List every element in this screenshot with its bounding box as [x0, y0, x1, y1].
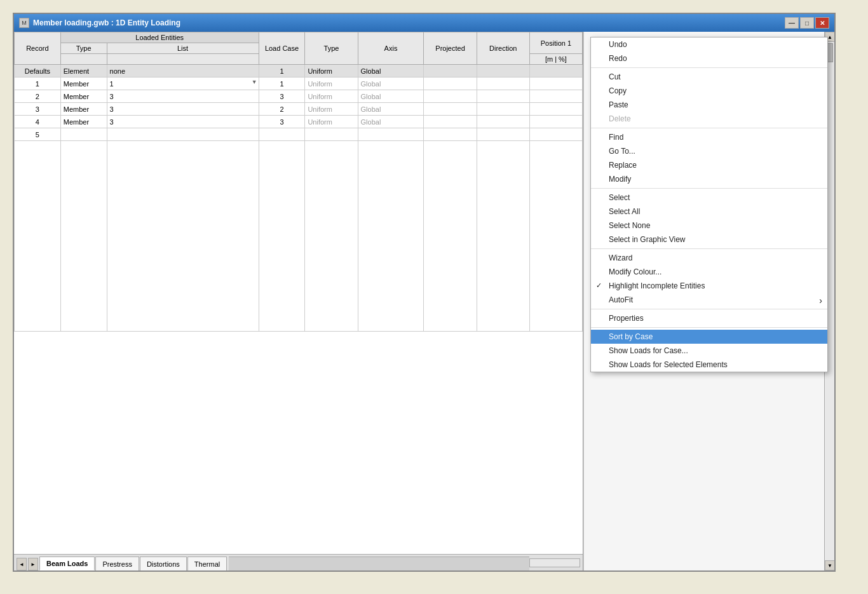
tab-beam-loads[interactable]: Beam Loads [39, 557, 95, 570]
menu-separator-1 [591, 67, 827, 68]
scroll-down-button[interactable]: ▼ [825, 560, 834, 570]
row4-record: 4 [15, 116, 61, 128]
menu-cut[interactable]: Cut [591, 70, 827, 84]
menu-select-none[interactable]: Select None [591, 219, 827, 233]
header-axis: Axis [358, 32, 424, 65]
row3-type2: Uniform [305, 103, 358, 116]
menu-highlight-incomplete[interactable]: Highlight Incomplete Entities [591, 279, 827, 293]
defaults-loadcase: 1 [259, 65, 305, 78]
row3-loadcase: 2 [259, 103, 305, 116]
defaults-type: Element [60, 65, 107, 78]
menu-modify-colour[interactable]: Modify Colour... [591, 265, 827, 279]
title-buttons: — □ ✕ [785, 17, 829, 29]
menu-wizard[interactable]: Wizard [591, 251, 827, 265]
menu-select-graphic[interactable]: Select in Graphic View [591, 233, 827, 246]
menu-autofit[interactable]: AutoFit [591, 293, 827, 307]
defaults-projected [424, 65, 477, 78]
menu-show-loads-for-case[interactable]: Show Loads for Case... [591, 344, 827, 358]
table-row-empty [15, 141, 583, 332]
tab-horizontal-scrollbar[interactable] [529, 558, 580, 567]
menu-show-loads-selected[interactable]: Show Loads for Selected Elements [591, 358, 827, 372]
row4-projected [424, 116, 477, 128]
tab-prev-button[interactable]: ◄ [17, 558, 27, 570]
defaults-axis: Global [358, 65, 424, 78]
header-position-unit: [m | %] [529, 54, 582, 65]
defaults-row: Defaults Element none 1 Uniform Global [15, 65, 583, 78]
row5-axis [358, 128, 424, 141]
row1-projected [424, 78, 477, 90]
row1-record: 1 [15, 78, 61, 90]
row2-direction [477, 90, 529, 103]
menu-copy[interactable]: Copy [591, 84, 827, 98]
row2-axis: Global [358, 90, 424, 103]
tab-bar: ◄ ► Beam Loads Prestress Distortions The… [14, 554, 583, 570]
header-load-case: Load Case [259, 32, 305, 65]
menu-replace[interactable]: Replace [591, 158, 827, 172]
menu-properties[interactable]: Properties [591, 311, 827, 325]
row3-position [529, 103, 582, 116]
table-row[interactable]: 2 Member 3 3 Uniform Global [15, 90, 583, 103]
right-panel: ▲ ▼ Undo Redo Cut Copy Paste Delete Find… [583, 32, 834, 570]
defaults-position [529, 65, 582, 78]
row3-axis: Global [358, 103, 424, 116]
menu-select-all[interactable]: Select All [591, 205, 827, 219]
row3-direction [477, 103, 529, 116]
row2-list: 3 [107, 90, 259, 103]
row5-type [60, 128, 107, 141]
table-row[interactable]: 5 [15, 128, 583, 141]
menu-separator-3 [591, 188, 827, 189]
menu-separator-5 [591, 309, 827, 309]
header-direction: Direction [477, 32, 529, 65]
tab-thermal[interactable]: Thermal [187, 557, 227, 570]
menu-paste[interactable]: Paste [591, 98, 827, 112]
row2-type2: Uniform [305, 90, 358, 103]
dropdown-indicator-row1: ▼ [252, 79, 257, 85]
defaults-direction [477, 65, 529, 78]
row5-type2 [305, 128, 358, 141]
row5-record: 5 [15, 128, 61, 141]
menu-find[interactable]: Find [591, 130, 827, 144]
row1-list[interactable]: 1 ▼ [107, 78, 259, 90]
tab-next-button[interactable]: ► [28, 558, 38, 570]
row4-list: 3 [107, 116, 259, 128]
main-window: M Member loading.gwb : 1D Entity Loading… [13, 13, 836, 572]
row2-type: Member [60, 90, 107, 103]
row2-record: 2 [15, 90, 61, 103]
tab-prestress[interactable]: Prestress [95, 557, 139, 570]
row5-projected [424, 128, 477, 141]
row3-record: 3 [15, 103, 61, 116]
header-type2: Type [305, 32, 358, 65]
row1-type2: Uniform [305, 78, 358, 90]
menu-goto[interactable]: Go To... [591, 144, 827, 158]
grid-container: Record Loaded Entities Load Case Type Ax… [14, 32, 583, 554]
defaults-list: none [107, 65, 259, 78]
title-bar: M Member loading.gwb : 1D Entity Loading… [14, 14, 834, 32]
menu-sort-by-case[interactable]: Sort by Case [591, 330, 827, 344]
header-list: List [107, 43, 259, 54]
row1-direction [477, 78, 529, 90]
menu-undo[interactable]: Undo [591, 37, 827, 51]
table-row[interactable]: 1 Member 1 ▼ 1 Uniform Global [15, 78, 583, 90]
window-icon: M [19, 18, 29, 28]
menu-delete: Delete [591, 112, 827, 126]
menu-modify[interactable]: Modify [591, 172, 827, 186]
row3-type: Member [60, 103, 107, 116]
minimize-button[interactable]: — [785, 17, 799, 29]
title-bar-left: M Member loading.gwb : 1D Entity Loading [19, 18, 180, 28]
defaults-record: Defaults [15, 65, 61, 78]
close-button[interactable]: ✕ [815, 17, 829, 29]
row4-axis: Global [358, 116, 424, 128]
row4-type: Member [60, 116, 107, 128]
row4-direction [477, 116, 529, 128]
row2-projected [424, 90, 477, 103]
menu-redo[interactable]: Redo [591, 51, 827, 65]
maximize-button[interactable]: □ [800, 17, 814, 29]
header-record: Record [15, 32, 61, 65]
table-row[interactable]: 4 Member 3 3 Uniform Global [15, 116, 583, 128]
tab-distortions[interactable]: Distortions [140, 557, 187, 570]
row2-loadcase: 3 [259, 90, 305, 103]
row2-position [529, 90, 582, 103]
table-area: Record Loaded Entities Load Case Type Ax… [14, 32, 583, 570]
table-row[interactable]: 3 Member 3 2 Uniform Global [15, 103, 583, 116]
menu-select[interactable]: Select [591, 191, 827, 205]
